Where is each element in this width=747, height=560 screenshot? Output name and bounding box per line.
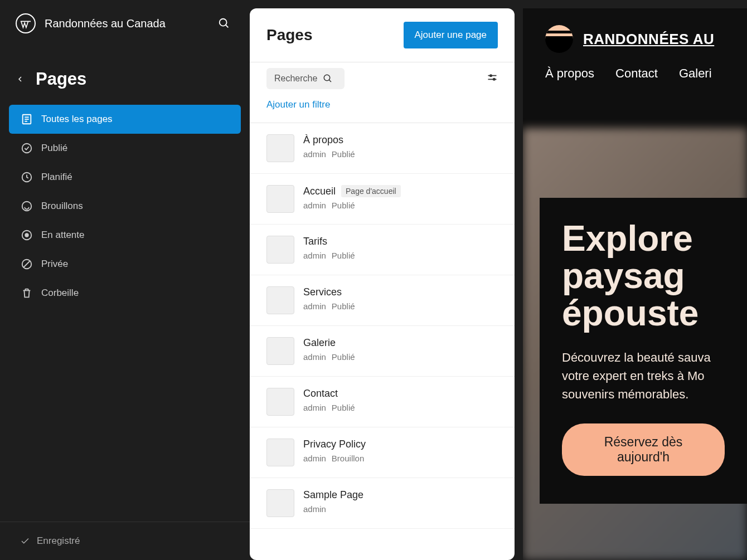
page-author: admin bbox=[303, 301, 326, 311]
page-thumbnail bbox=[266, 388, 294, 416]
svg-line-12 bbox=[24, 261, 30, 267]
pending-icon bbox=[20, 228, 33, 242]
preview-logo-row: RANDONNÉES AU bbox=[545, 25, 725, 53]
sidebar-header: Randonnées au Canada bbox=[0, 0, 250, 47]
chevron-left-icon bbox=[16, 75, 25, 84]
page-info: Services admin Publié bbox=[303, 286, 498, 311]
page-author: admin bbox=[303, 201, 326, 210]
page-title: Privacy Policy bbox=[303, 439, 366, 450]
wordpress-logo-icon[interactable] bbox=[16, 13, 36, 33]
svg-line-14 bbox=[329, 80, 332, 82]
svg-line-1 bbox=[226, 25, 229, 28]
nav-item-label: Corbeille bbox=[41, 288, 79, 299]
page-item[interactable]: À propos admin Publié bbox=[250, 123, 515, 174]
page-list-icon bbox=[20, 113, 33, 126]
nav-item-label: Brouillons bbox=[41, 201, 83, 212]
page-thumbnail bbox=[266, 286, 294, 314]
page-info: Galerie admin Publié bbox=[303, 337, 498, 362]
preview-hero: Explore paysag épouste Découvrez la beau… bbox=[540, 198, 747, 504]
page-status: Publié bbox=[332, 403, 355, 412]
page-thumbnail bbox=[266, 337, 294, 365]
svg-point-6 bbox=[22, 144, 32, 153]
preview-frame: RANDONNÉES AU À propos Contact Galeri Ex… bbox=[523, 8, 747, 560]
page-list: À propos admin Publié Accueil Page d'acc… bbox=[250, 123, 515, 560]
svg-point-17 bbox=[490, 75, 492, 76]
preview-nav-about[interactable]: À propos bbox=[545, 66, 594, 81]
page-info: Tarifs admin Publié bbox=[303, 236, 498, 260]
page-thumbnail bbox=[266, 489, 294, 517]
preview-site-title[interactable]: RANDONNÉES AU bbox=[583, 31, 714, 48]
nav-item-pending[interactable]: En attente bbox=[9, 221, 241, 250]
nav-title-row: Pages bbox=[9, 69, 241, 105]
nav-section: Pages Toutes les pages Publié Planifié B… bbox=[0, 47, 250, 308]
svg-point-0 bbox=[220, 19, 227, 26]
page-badge: Page d'accueil bbox=[341, 185, 401, 197]
page-info: À propos admin Publié bbox=[303, 134, 498, 159]
trash-icon bbox=[20, 286, 33, 300]
page-item[interactable]: Services admin Publié bbox=[250, 275, 515, 326]
page-title: Contact bbox=[303, 388, 338, 400]
add-filter-button[interactable]: Ajouter un filtre bbox=[250, 95, 515, 123]
nav-items: Toutes les pages Publié Planifié Brouill… bbox=[9, 105, 241, 308]
nav-item-label: Publié bbox=[41, 143, 67, 154]
search-icon bbox=[323, 74, 333, 84]
back-button[interactable] bbox=[16, 75, 25, 84]
page-item[interactable]: Contact admin Publié bbox=[250, 377, 515, 427]
filter-button[interactable] bbox=[487, 72, 498, 85]
nav-item-published[interactable]: Publié bbox=[9, 134, 241, 163]
preview-hero-title: Explore paysag épouste bbox=[562, 220, 725, 333]
page-status: Publié bbox=[332, 352, 355, 362]
preview-hero-text: Découvrez la beauté sauva votre expert e… bbox=[562, 348, 725, 403]
page-title: Services bbox=[303, 286, 342, 298]
nav-item-scheduled[interactable]: Planifié bbox=[9, 163, 241, 192]
svg-point-10 bbox=[25, 233, 28, 237]
page-info: Privacy Policy admin Brouillon bbox=[303, 439, 498, 463]
panel-header: Pages Ajouter une page bbox=[250, 8, 515, 62]
nav-item-label: En attente bbox=[41, 230, 85, 241]
not-allowed-icon bbox=[20, 257, 33, 271]
nav-title: Pages bbox=[36, 69, 86, 89]
page-status: Brouillon bbox=[332, 454, 364, 463]
nav-item-all-pages[interactable]: Toutes les pages bbox=[9, 105, 241, 134]
page-item[interactable]: Sample Page admin bbox=[250, 478, 515, 529]
page-author: admin bbox=[303, 504, 326, 514]
page-title: À propos bbox=[303, 134, 343, 146]
page-thumbnail bbox=[266, 134, 294, 162]
page-author: admin bbox=[303, 149, 326, 159]
page-title: Accueil bbox=[303, 186, 336, 197]
nav-item-label: Toutes les pages bbox=[41, 114, 113, 125]
page-author: admin bbox=[303, 352, 326, 362]
preview-nav: À propos Contact Galeri bbox=[545, 66, 725, 81]
preview-cta-button[interactable]: Réservez dès aujourd'h bbox=[562, 423, 725, 476]
panel-title: Pages bbox=[266, 26, 313, 44]
svg-point-13 bbox=[324, 75, 331, 81]
search-button[interactable] bbox=[214, 13, 234, 33]
page-title: Tarifs bbox=[303, 236, 327, 247]
preview-nav-contact[interactable]: Contact bbox=[615, 66, 658, 81]
page-item[interactable]: Accueil Page d'accueil admin Publié bbox=[250, 174, 515, 225]
page-thumbnail bbox=[266, 439, 294, 466]
nav-item-trash[interactable]: Corbeille bbox=[9, 279, 241, 308]
page-thumbnail bbox=[266, 185, 294, 213]
sidebar: Randonnées au Canada Pages Toutes les pa… bbox=[0, 0, 250, 560]
sliders-icon bbox=[487, 72, 498, 83]
nav-item-drafts[interactable]: Brouillons bbox=[9, 192, 241, 221]
page-author: admin bbox=[303, 403, 326, 412]
nav-item-label: Planifié bbox=[41, 172, 72, 183]
page-status: Publié bbox=[332, 251, 355, 260]
search-icon bbox=[218, 17, 230, 30]
add-page-button[interactable]: Ajouter une page bbox=[404, 22, 498, 48]
page-item[interactable]: Privacy Policy admin Brouillon bbox=[250, 427, 515, 478]
page-info: Sample Page admin bbox=[303, 489, 498, 514]
search-placeholder: Recherche bbox=[274, 74, 317, 84]
preview-site-logo-icon[interactable] bbox=[545, 25, 573, 53]
preview-nav-gallery[interactable]: Galeri bbox=[679, 66, 712, 81]
nav-item-private[interactable]: Privée bbox=[9, 250, 241, 279]
saved-status: Enregistré bbox=[37, 535, 80, 547]
draft-icon bbox=[20, 199, 33, 213]
nav-item-label: Privée bbox=[41, 259, 68, 270]
page-item[interactable]: Galerie admin Publié bbox=[250, 326, 515, 377]
page-item[interactable]: Tarifs admin Publié bbox=[250, 225, 515, 275]
search-input[interactable]: Recherche bbox=[266, 68, 345, 89]
site-title[interactable]: Randonnées au Canada bbox=[45, 17, 205, 30]
